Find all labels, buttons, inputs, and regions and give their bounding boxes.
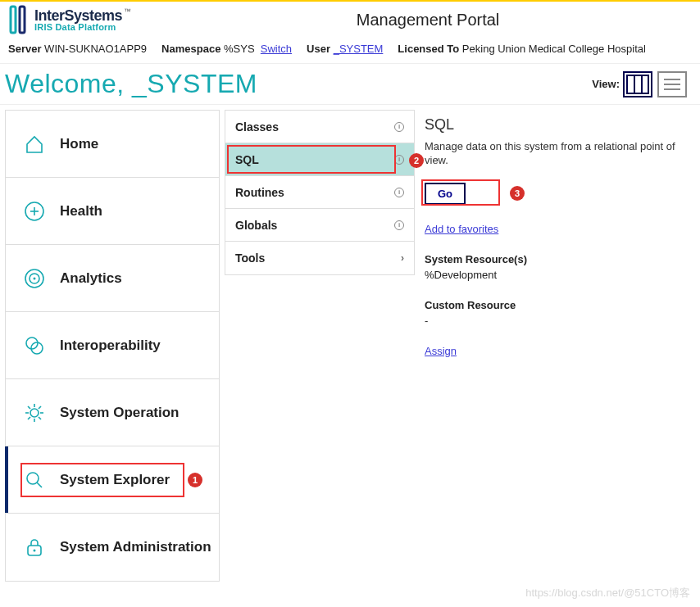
portal-title: Management Portal [131,11,692,29]
svg-rect-2 [627,75,648,93]
nav-item-analytics[interactable]: Analytics [6,245,219,312]
svg-line-21 [28,406,30,409]
welcome-text: Welcome, _SYSTEM [5,69,592,99]
switch-namespace-link[interactable]: Switch [261,43,292,55]
nav-label: System Operation [60,405,180,421]
info-icon: i [394,220,404,230]
nav-item-system-operation[interactable]: System Operation [6,379,219,446]
badge-2: 2 [409,153,424,168]
detail-description: Manage data on this system from a relati… [425,140,692,168]
assign-link[interactable]: Assign [425,345,457,357]
server-value: WIN-SUKNAO1APP9 [44,43,147,55]
list-icon [661,75,683,93]
chevron-right-icon: › [401,252,404,264]
svg-rect-0 [11,7,16,33]
detail-title: SQL [425,116,692,134]
namespace-label: Namespace [161,43,220,55]
svg-point-16 [30,409,39,417]
user-label: User [307,43,330,55]
svg-point-14 [26,337,38,349]
sub-item-classes[interactable]: Classes i [225,111,414,143]
info-icon: i [394,122,404,132]
nav-item-system-administration[interactable]: System Administration [6,514,219,581]
lock-icon [24,537,45,558]
namespace-value: %SYS [224,43,255,55]
sub-item-sql[interactable]: 2 SQL i [225,143,414,176]
brand-name: InterSystems [34,7,122,24]
nav-label: Health [60,203,102,220]
health-icon [24,201,45,222]
nav-label: Interoperability [60,337,161,354]
view-columns-button[interactable] [623,71,652,97]
svg-rect-1 [20,7,25,33]
sub-label: Routines [235,186,284,199]
intersystems-logo-icon [8,5,30,34]
sub-item-routines[interactable]: Routines i [225,176,414,209]
view-list-button[interactable] [657,71,687,97]
system-resources-value: %Development [425,269,692,281]
watermark: https://blog.csdn.net/@51CTO博客 [525,586,690,587]
gear-icon [24,402,45,424]
sub-label: Classes [235,120,279,134]
svg-point-28 [34,550,36,552]
svg-line-22 [39,417,41,419]
svg-point-25 [27,473,39,484]
info-icon: i [394,155,404,165]
context-info-bar: Server WIN-SUKNAO1APP9 Namespace %SYS Sw… [0,36,700,64]
home-icon [24,134,45,155]
welcome-row: Welcome, _SYSTEM View: [0,64,700,105]
sub-label: Tools [235,251,265,265]
magnifier-icon [24,469,45,491]
brand-tagline: IRIS Data Platform [34,23,131,32]
nav-label: Analytics [60,270,122,287]
svg-line-26 [37,482,42,487]
custom-resource-heading: Custom Resource [425,299,692,311]
sub-label: SQL [235,153,259,166]
sub-label: Globals [235,219,277,232]
badge-3: 3 [510,186,525,201]
nav-label: System Administration [60,539,211,555]
primary-nav: Home Health Analytics Interoperability S… [5,110,220,582]
svg-point-13 [34,277,36,279]
brand-logo: InterSystems™ IRIS Data Platform [8,5,131,34]
svg-point-15 [31,342,43,354]
nav-item-system-explorer[interactable]: 1 System Explorer [6,446,219,514]
main-columns: Home Health Analytics Interoperability S… [0,105,700,587]
licensed-to-value: Peking Union Medical College Hospital [462,43,646,55]
server-label: Server [8,43,41,55]
columns-icon [626,75,649,94]
tm-mark: ™ [124,7,131,16]
svg-line-24 [39,406,41,409]
info-icon: i [394,188,404,197]
secondary-nav: Classes i 2 SQL i Routines i Globals i T… [225,110,415,275]
nav-label: Home [60,136,98,152]
nav-item-interoperability[interactable]: Interoperability [6,312,219,379]
licensed-to-label: Licensed To [398,43,459,55]
go-button[interactable]: Go [425,183,466,205]
user-link[interactable]: _SYSTEM [334,43,384,55]
add-favorites-link[interactable]: Add to favorites [425,223,498,235]
system-resources-heading: System Resource(s) [425,253,692,265]
view-label: View: [592,78,620,90]
sub-item-tools[interactable]: Tools › [225,242,414,274]
interoperability-icon [24,335,45,356]
analytics-icon [24,268,45,289]
sub-item-globals[interactable]: Globals i [225,209,414,242]
badge-1: 1 [188,473,202,487]
detail-panel: SQL Manage data on this system from a re… [420,110,695,364]
nav-item-home[interactable]: Home [6,111,219,178]
top-bar: InterSystems™ IRIS Data Platform Managem… [0,0,700,36]
nav-label: System Explorer [60,472,170,488]
nav-item-health[interactable]: Health [6,178,219,245]
custom-resource-value: - [425,315,692,327]
svg-line-23 [28,417,30,419]
